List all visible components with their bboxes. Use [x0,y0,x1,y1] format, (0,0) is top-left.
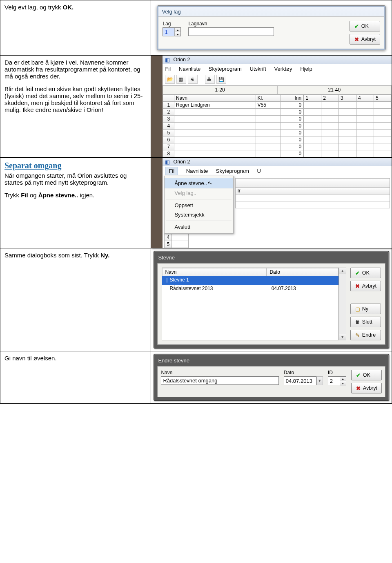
lag-input[interactable] [163,28,174,36]
row5-instruction: Gi navn til øvelsen. [0,351,151,404]
list-item[interactable]: 〡 Stevne 1 [162,276,338,285]
table-row[interactable] [304,116,392,123]
col-dato[interactable]: Dato [267,268,338,276]
navn-label: Navn [161,370,278,375]
menuitem-apne-stevne[interactable]: Åpne stevne..↖ [165,178,233,188]
id-input[interactable] [328,377,340,385]
col-ir[interactable]: Ir [236,188,390,194]
lag-spinner[interactable]: ▲▼ [163,27,181,36]
table-row[interactable] [304,102,392,109]
tb-save[interactable] [216,75,226,84]
table-row[interactable] [304,150,392,157]
id-spinner[interactable]: ▲▼ [328,376,346,385]
tb-open[interactable] [165,75,175,84]
table-row[interactable]: 20 [163,109,303,116]
lagnavn-label: Lagnavn [188,21,342,27]
cursor-icon: ↖ [207,179,214,187]
menu-fil-open[interactable]: Fil [165,167,178,175]
menu-navnliste[interactable]: Navnliste [179,66,200,72]
table-row[interactable] [304,130,392,136]
open-icon [167,76,173,82]
toolbar [163,74,392,85]
table-row[interactable]: 30 [163,116,303,123]
row2-instruction: Da er det bare å kjøre i vei. Navnene ko… [0,56,151,158]
slett-button[interactable]: Slett [350,317,381,327]
scroll-down[interactable]: ▼ [339,334,346,340]
tab-21-40[interactable]: 21-40 [277,85,392,94]
edit-icon [355,332,361,338]
stevne-list[interactable]: Navn Dato 〡 Stevne 1 Rådalsstevnet 2013 … [162,268,339,340]
menu-verktoy[interactable]: Verktøy [274,66,292,72]
menuitem-oppsett[interactable]: Oppsett [165,201,233,210]
spin-up-icon[interactable]: ▲ [175,28,180,32]
scroll-up[interactable]: ▲ [339,268,346,274]
lagnavn-input[interactable] [188,27,274,36]
cancel-button[interactable]: Avbryt [350,281,381,291]
calendar-icon [178,76,184,82]
spin-down-icon[interactable]: ▼ [175,32,180,37]
save-icon [218,76,224,82]
app-icon [165,159,171,165]
table-row[interactable]: 60 [163,136,303,143]
velg-lag-dialog: Velg lag Lag ▲▼ Lagnavn OK Avbryt [157,5,386,50]
menu-bar: Fil Navnliste Skyteprogram Utskrift Verk… [163,64,392,74]
tab-1-20[interactable]: 1-20 [163,85,277,94]
check-icon [355,270,361,276]
menu-utskrift[interactable]: Utskrift [249,66,266,72]
table-row[interactable]: 40 [163,123,303,130]
navn-input[interactable] [161,376,278,385]
table-row[interactable] [304,136,392,143]
spin-down-icon[interactable]: ▼ [340,381,346,386]
endre-button[interactable]: Endre [350,330,381,340]
table-row[interactable]: 80 [163,150,303,157]
id-label: ID [328,370,346,375]
cancel-button[interactable]: Avbryt [350,34,380,45]
section-heading: Separat omgang [4,161,147,170]
tab-row: 1-20 21-40 [163,85,392,94]
row4-instruction: Samme dialogboks som sist. Trykk Ny. [0,248,151,351]
printer2-icon [207,76,213,82]
menu-skyteprogram[interactable]: Skyteprogram [209,66,242,72]
tb-calendar[interactable] [176,75,186,84]
menuitem-systemsjekk[interactable]: Systemsjekk [165,210,233,219]
fil-dropdown: Åpne stevne..↖ Velg lag.. Oppsett System… [164,176,234,234]
printer-icon [190,76,196,82]
menuitem-velg-lag: Velg lag.. [165,188,233,198]
menu-skyteprogram[interactable]: Skyteprogram [216,168,249,174]
lag-label: Lag [163,21,181,27]
menu-trunc[interactable]: U [257,168,261,174]
tb-print1[interactable] [188,75,198,84]
app-title: Orion 2 [173,57,190,63]
dato-input[interactable] [284,376,316,385]
menuitem-avslutt[interactable]: Avslutt [165,222,233,232]
ok-button[interactable]: OK [350,21,380,31]
menu-fil[interactable]: Fil [165,66,171,72]
menu-navnliste[interactable]: Navnliste [186,168,208,174]
data-table-left: Navn Kl. Inn 1Roger LindgrenV55020304050… [163,94,303,157]
ny-button[interactable]: Ny [350,304,381,314]
list-item[interactable]: Rådalsstevnet 2013 04.07.2013 [162,285,338,292]
table-row[interactable] [304,123,392,130]
data-table-right: 1 2 3 4 5 [303,94,392,157]
ok-button[interactable]: OK [351,370,382,380]
spin-up-icon[interactable]: ▲ [340,377,346,381]
orion-window-menu: Orion 2 Fil Navnliste Skyteprogram U Åpn… [151,158,392,248]
table-row[interactable]: 1Roger LindgrenV550 [163,102,303,109]
check-icon [354,23,360,29]
table-row[interactable]: 50 [163,130,303,136]
date-dropdown-icon[interactable]: ▼ [316,376,323,385]
row1-instruction: Velg evt lag, og trykk OK. [0,0,151,56]
orion-window: Orion 2 Fil Navnliste Skyteprogram Utskr… [151,56,392,157]
table-row[interactable] [304,143,392,150]
new-icon [355,306,361,312]
col-navn[interactable]: Navn [162,268,267,276]
dialog-title: Stevne [157,255,385,263]
ok-button[interactable]: OK [350,268,381,278]
app-title: Orion 2 [173,159,190,165]
menu-hjelp[interactable]: Hjelp [300,66,312,72]
table-row[interactable] [304,109,392,116]
tb-print2[interactable] [205,75,215,84]
cancel-button[interactable]: Avbryt [351,383,382,393]
check-icon [356,372,361,378]
table-row[interactable]: 70 [163,143,303,150]
